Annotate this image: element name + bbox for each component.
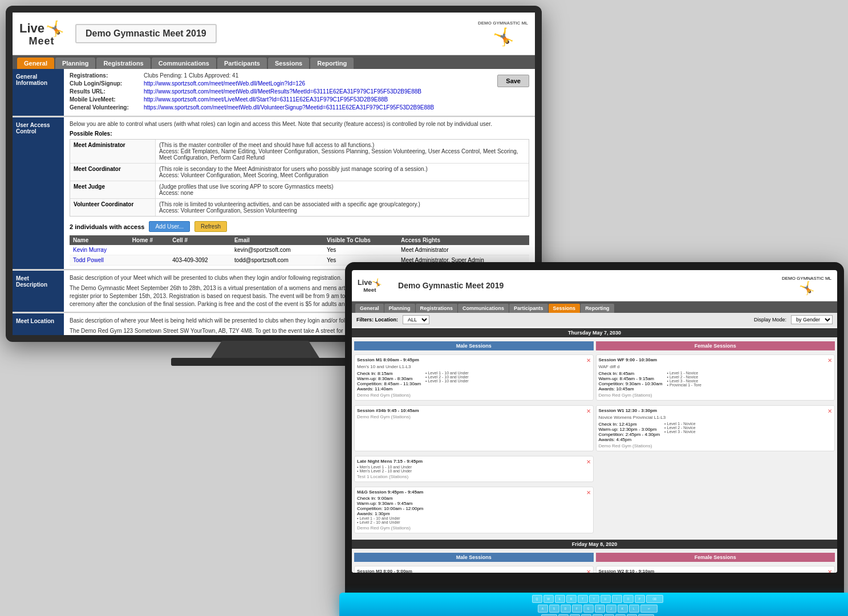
session-m3-remove[interactable]: ✕ <box>586 569 591 573</box>
tablet-tab-sessions[interactable]: Sessions <box>549 304 581 313</box>
user2-name-link[interactable]: Todd Powell <box>73 257 104 263</box>
key-c[interactable]: C <box>581 614 591 617</box>
key-shift-right[interactable]: ⇧ <box>638 614 654 617</box>
session-w2-remove[interactable]: ✕ <box>827 569 832 573</box>
key-q[interactable]: Q <box>532 595 542 603</box>
day2-grid: Male Sessions Female Sessions ✕ Session … <box>352 550 837 573</box>
key-m[interactable]: M <box>627 614 637 617</box>
general-info-content: Registrations: Clubs Pending: 1 Clubs Ap… <box>64 69 492 116</box>
key-t[interactable]: T <box>578 595 588 603</box>
key-k[interactable]: K <box>618 605 628 613</box>
key-s[interactable]: S <box>549 605 559 613</box>
session-m1-remove[interactable]: ✕ <box>586 357 591 364</box>
session-w2-title: Session W2 8:10 - 9:10am <box>599 569 833 573</box>
key-x[interactable]: X <box>570 614 580 617</box>
key-v[interactable]: V <box>593 614 603 617</box>
tab-communications[interactable]: Communications <box>152 58 216 69</box>
tab-registrations[interactable]: Registrations <box>96 58 150 69</box>
session-late-night-levels: • Men's Level 1 - 10 and Under• Men's Le… <box>357 465 591 473</box>
key-g[interactable]: G <box>583 605 594 613</box>
tab-participants[interactable]: Participants <box>217 58 267 69</box>
key-row-1: Q W E R T Y U I O P ⌫ <box>351 595 844 603</box>
tablet-tab-general[interactable]: General <box>355 304 384 313</box>
tab-general[interactable]: General <box>17 58 54 69</box>
key-y[interactable]: Y <box>589 595 599 603</box>
tablet-tab-communications[interactable]: Communications <box>458 304 509 313</box>
filter-location-select[interactable]: ALL <box>403 315 429 324</box>
volunteer-link[interactable]: https://www.sportzsoft.com/meet/meetWeb.… <box>144 104 434 111</box>
display-mode-select[interactable]: by Gender <box>791 315 833 324</box>
key-p[interactable]: P <box>635 595 645 603</box>
session-m3-title: Session M3 8:00 - 9:00am <box>357 569 591 573</box>
tablet-tab-planning[interactable]: Planning <box>384 304 415 313</box>
tab-sessions[interactable]: Sessions <box>268 58 309 69</box>
key-f[interactable]: F <box>572 605 582 613</box>
key-r[interactable]: R <box>566 595 577 603</box>
session-wf1-details: Check In: 8:45am Warm-up: 8:45am - 9:15a… <box>599 371 833 391</box>
session-wf1-remove[interactable]: ✕ <box>827 357 832 364</box>
display-mode-label: Display Mode: <box>754 317 786 323</box>
tablet-tab-participants[interactable]: Participants <box>509 304 548 313</box>
female-col-header: Female Sessions <box>596 341 835 350</box>
tab-reporting[interactable]: Reporting <box>310 58 354 69</box>
tab-planning[interactable]: Planning <box>55 58 95 69</box>
key-z[interactable]: Z <box>558 614 569 617</box>
user1-name-link[interactable]: Kevin Murray <box>73 247 107 253</box>
session-mg-remove[interactable]: ✕ <box>586 489 591 496</box>
save-button[interactable]: Save <box>497 75 529 87</box>
mobile-link[interactable]: http://www.sportzsoft.com/meet/LiveMeet.… <box>144 96 388 103</box>
key-enter[interactable]: ↵ <box>640 605 658 613</box>
session-late-night-remove[interactable]: ✕ <box>586 459 591 465</box>
key-row-2: A S D F G H J K L ↵ <box>351 605 844 613</box>
key-a[interactable]: A <box>538 605 548 613</box>
meet-description-label: Meet Description <box>13 271 64 312</box>
tablet-screen: Live 🤸 Meet Demo Gymnastic Meet 2019 DEM… <box>352 270 837 573</box>
session-wf1: ✕ Session WF 9:00 - 10:30am WAF diff d C… <box>596 354 835 401</box>
key-h[interactable]: H <box>595 605 605 613</box>
nav-tabs: General Planning Registrations Communica… <box>13 55 535 69</box>
roles-label: Possible Roles: <box>70 130 529 137</box>
key-j[interactable]: J <box>606 605 616 613</box>
results-link[interactable]: http://www.sportzsoft.com/meet/meetWeb.d… <box>144 88 421 95</box>
key-n[interactable]: N <box>615 614 626 617</box>
key-backspace[interactable]: ⌫ <box>646 595 663 603</box>
session-w1: ✕ Session W1 12:30 - 3:30pm Novice Women… <box>596 405 835 451</box>
key-u[interactable]: U <box>601 595 611 603</box>
session-w2: ✕ Session W2 8:10 - 9:10am Women's Argo … <box>596 566 835 573</box>
session-mg-title: M&G Session 9:45pm - 9:45am <box>357 489 591 495</box>
add-user-button[interactable]: Add User... <box>149 221 189 232</box>
key-l[interactable]: L <box>629 605 639 613</box>
key-i[interactable]: I <box>612 595 622 603</box>
role-admin-row: Meet Administrator (This is the master c… <box>70 140 529 164</box>
user-access-content: Below you are able to control what users… <box>64 117 535 269</box>
logo-area: Live 🤸 Meet <box>19 21 64 46</box>
club-login-link[interactable]: http://www.sportzsoft.com/meet/meetWeb.d… <box>144 80 305 87</box>
key-d[interactable]: D <box>561 605 571 613</box>
results-label: Results URL: <box>70 88 144 95</box>
session-w1-remove[interactable]: ✕ <box>827 408 832 414</box>
tablet-logo-top: Live 🤸 <box>358 279 382 287</box>
user-access-section: User AccessControl Below you are able to… <box>13 117 535 270</box>
session-m3: ✕ Session M3 8:00 - 9:00am Check In: 8:1… <box>354 566 594 573</box>
key-e[interactable]: E <box>555 595 565 603</box>
role-coordinator-desc: (This role is secondary to the Meet Admi… <box>156 164 431 181</box>
role-coordinator-row: Meet Coordinator (This role is secondary… <box>70 164 529 181</box>
key-w[interactable]: W <box>543 595 554 603</box>
tablet-tab-registrations[interactable]: Registrations <box>416 304 458 313</box>
col-home: Home # <box>129 235 169 245</box>
day1-header: Thursday May 7, 2030 <box>352 328 837 337</box>
general-info-label: GeneralInformation <box>13 69 64 116</box>
session-m34b-remove[interactable]: ✕ <box>586 408 591 414</box>
user-row-1: Kevin Murray kevin@sportzsoft.com Yes Me… <box>70 245 529 255</box>
day2-female-header: Female Sessions <box>596 553 835 562</box>
mobile-row: Mobile LiveMeet: http://www.sportzsoft.c… <box>70 96 486 103</box>
key-o[interactable]: O <box>623 595 634 603</box>
col-visible: Visible To Clubs <box>323 235 397 245</box>
tablet-brand-text: DEMO GYMNASTIC ML <box>782 276 831 281</box>
col-email: Email <box>231 235 323 245</box>
refresh-button[interactable]: Refresh <box>194 221 227 232</box>
key-b[interactable]: B <box>604 614 614 617</box>
user1-cell <box>169 245 231 255</box>
key-shift-left[interactable]: ⇧ <box>541 614 557 617</box>
tablet-tab-reporting[interactable]: Reporting <box>581 304 614 313</box>
